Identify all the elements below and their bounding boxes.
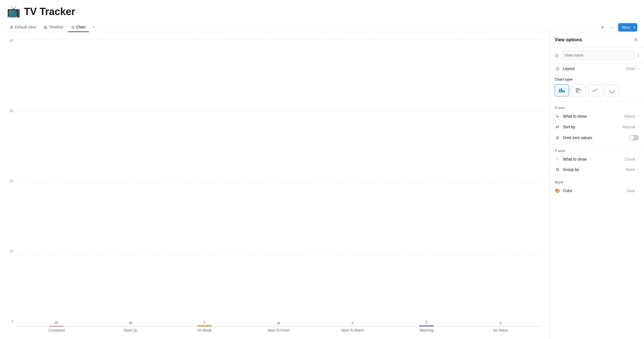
color-value: Auto bbox=[627, 188, 635, 193]
svg-rect-3 bbox=[564, 90, 565, 93]
y-label-0: 0 bbox=[11, 319, 13, 323]
x-label-on-break: On Break bbox=[167, 328, 242, 332]
bar-on-break[interactable] bbox=[197, 325, 212, 326]
bar-group-on-break: 1 bbox=[167, 320, 242, 326]
main-content: 40 30 20 10 0 bbox=[0, 32, 644, 339]
tab-timeline[interactable]: ▤ Timeline bbox=[40, 23, 67, 32]
layout-icon: ◷ bbox=[555, 66, 560, 71]
divider-1 bbox=[550, 101, 644, 102]
divider-3 bbox=[550, 176, 644, 176]
bar-value-watching: 5 bbox=[426, 320, 427, 324]
chart-type-section: Chart type bbox=[550, 74, 644, 100]
y-group-by-row[interactable]: ⊟ Group by None › bbox=[550, 164, 644, 175]
tab-timeline-label: Timeline bbox=[49, 25, 63, 29]
color-row[interactable]: 🎨 Color Auto › bbox=[550, 185, 644, 196]
style-label: Style bbox=[550, 177, 644, 185]
app-container: 📺 TV Tracker ⊞ Default view ▤ Timeline ◷… bbox=[0, 0, 644, 339]
bar-completed[interactable] bbox=[49, 326, 64, 326]
svg-rect-0 bbox=[559, 89, 560, 93]
x-axis-label: X axis bbox=[550, 103, 644, 111]
bar-value-want-to-finish: 26 bbox=[277, 321, 280, 325]
x-label-watching: Watching bbox=[390, 328, 464, 332]
add-tab-button[interactable]: + bbox=[90, 23, 97, 31]
bar-watching[interactable] bbox=[419, 325, 434, 326]
y-axis-label: Y axis bbox=[550, 146, 644, 154]
new-button-chevron-icon[interactable]: ▾ bbox=[631, 25, 637, 29]
chart-wrapper: 40 30 20 10 0 bbox=[7, 39, 540, 332]
tabs-row: ⊞ Default view ▤ Timeline ◷ Chart + ≡ ··… bbox=[7, 23, 637, 32]
layout-row[interactable]: ◷ Layout Chart › bbox=[550, 63, 644, 74]
new-button[interactable]: New ▾ bbox=[618, 23, 637, 32]
y-group-by-value: None bbox=[626, 167, 635, 172]
toolbar-right: ≡ ··· New ▾ bbox=[599, 23, 637, 32]
bar-group-want-to-finish: 26 bbox=[242, 321, 316, 326]
app-icon: 📺 bbox=[7, 5, 21, 18]
x-labels: Completed Gave Up On Break Want To Finis… bbox=[17, 327, 540, 332]
tab-chart[interactable]: ◷ Chart bbox=[68, 23, 89, 32]
y-group-by-label: Group by bbox=[563, 167, 623, 172]
x-sort-by-chevron-icon: › bbox=[638, 125, 639, 129]
color-icon: 🎨 bbox=[555, 188, 560, 193]
y-what-to-show-row[interactable]: ↑ What to show Count › bbox=[550, 154, 644, 164]
color-label: Color bbox=[563, 188, 625, 193]
chart-type-buttons bbox=[555, 84, 639, 96]
chart-type-label: Chart type bbox=[555, 77, 639, 81]
x-label-no-status: No Status bbox=[464, 328, 538, 332]
color-chevron-icon: › bbox=[638, 189, 639, 192]
chart-tab-icon: ◷ bbox=[71, 25, 74, 29]
panel-header: View options ✕ bbox=[550, 32, 644, 47]
chart-type-line-button[interactable] bbox=[588, 84, 602, 96]
x-label-completed: Completed bbox=[19, 328, 94, 332]
tab-default-view-label: Default view bbox=[15, 25, 36, 29]
y-label-30: 30 bbox=[10, 109, 13, 113]
bar-group-completed: 20 bbox=[19, 321, 94, 326]
view-name-info-icon: ℹ bbox=[638, 53, 639, 57]
chart-type-donut-button[interactable] bbox=[605, 84, 619, 96]
x-omit-zeros-label: Omit zero values bbox=[563, 135, 626, 140]
divider-2 bbox=[550, 144, 644, 145]
x-sort-by-icon: ⇄ bbox=[555, 124, 560, 129]
x-omit-zeros-row: ⊘ Omit zero values bbox=[550, 132, 644, 143]
svg-rect-5 bbox=[576, 89, 581, 91]
y-what-to-show-chevron-icon: › bbox=[638, 158, 639, 161]
bar-group-want-to-watch: 0 bbox=[316, 321, 390, 326]
header: 📺 TV Tracker ⊞ Default view ▤ Timeline ◷… bbox=[0, 0, 644, 32]
chart-type-bar-button[interactable] bbox=[555, 84, 569, 96]
chart-type-hbar-button[interactable] bbox=[571, 84, 586, 96]
view-name-row: ◷ ℹ bbox=[555, 51, 639, 60]
svg-rect-1 bbox=[561, 88, 562, 93]
more-button[interactable]: ··· bbox=[608, 24, 615, 31]
view-name-input[interactable] bbox=[561, 51, 635, 60]
y-group-by-icon: ⊟ bbox=[555, 167, 560, 172]
view-name-section: ◷ ℹ bbox=[550, 47, 644, 63]
bar-value-want-to-watch: 0 bbox=[352, 321, 353, 325]
x-label-want-to-finish: Want To Finish bbox=[242, 328, 316, 332]
filter-button[interactable]: ≡ bbox=[599, 24, 605, 31]
x-what-to-show-row[interactable]: ↳ What to show Status › bbox=[550, 111, 644, 122]
x-omit-zeros-icon: ⊘ bbox=[555, 135, 560, 140]
svg-rect-7 bbox=[576, 92, 580, 93]
y-label-40: 40 bbox=[10, 39, 13, 43]
x-sort-by-row[interactable]: ⇄ Sort by Manual › bbox=[550, 122, 644, 132]
bar-value-no-status: 0 bbox=[500, 321, 501, 325]
x-omit-zeros-toggle[interactable] bbox=[629, 135, 639, 141]
y-what-to-show-icon: ↑ bbox=[555, 157, 560, 161]
y-group-by-chevron-icon: › bbox=[638, 168, 639, 171]
bars-container: 20 35 1 bbox=[17, 39, 540, 327]
bar-group-watching: 5 bbox=[390, 320, 464, 326]
tab-default-view[interactable]: ⊞ Default view bbox=[7, 23, 39, 32]
svg-rect-6 bbox=[576, 91, 578, 92]
close-panel-button[interactable]: ✕ bbox=[632, 37, 639, 43]
y-what-to-show-label: What to show bbox=[563, 157, 622, 161]
x-sort-by-value: Manual bbox=[622, 125, 635, 129]
x-sort-by-label: Sort by bbox=[563, 125, 619, 129]
app-title: 📺 TV Tracker bbox=[7, 5, 637, 18]
x-what-to-show-value: Status bbox=[624, 114, 635, 118]
x-what-to-show-chevron-icon: › bbox=[638, 115, 639, 118]
bar-group-gave-up: 35 bbox=[94, 321, 168, 326]
y-what-to-show-value: Count bbox=[625, 157, 635, 161]
app-title-text: TV Tracker bbox=[24, 6, 75, 18]
side-panel: View options ✕ ◷ ℹ ◷ Layout Chart › C bbox=[549, 32, 644, 339]
svg-point-9 bbox=[611, 89, 613, 92]
tab-chart-label: Chart bbox=[76, 25, 86, 29]
